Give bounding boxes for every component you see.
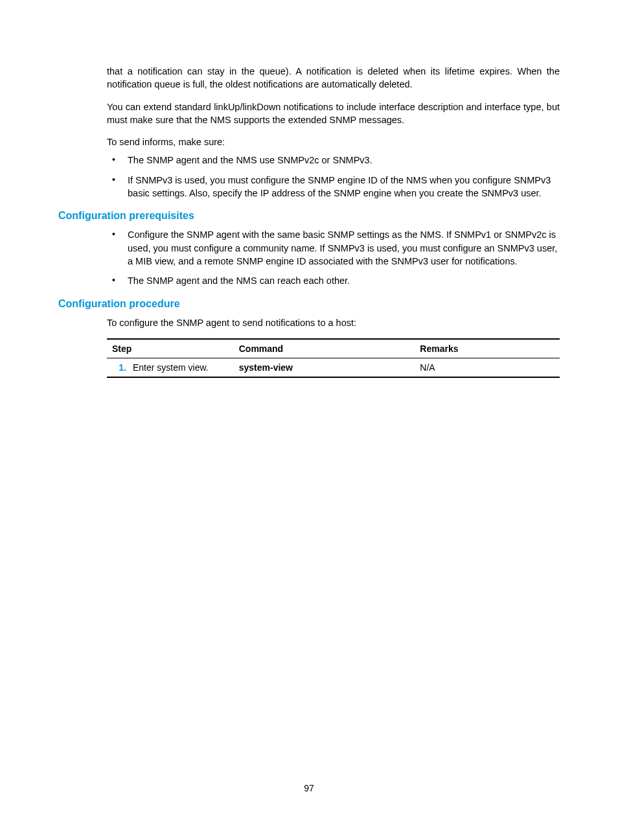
list-item: The SNMP agent and the NMS can reach eac… (107, 274, 560, 287)
list-item: If SNMPv3 is used, you must configure th… (107, 174, 560, 200)
cell-command: system-view (234, 358, 415, 377)
col-remarks: Remarks (415, 339, 560, 358)
paragraph: that a notification can stay in the queu… (107, 65, 560, 91)
intro-block: that a notification can stay in the queu… (58, 65, 560, 200)
paragraph: To configure the SNMP agent to send noti… (107, 316, 560, 329)
step-number: 1. (112, 362, 126, 373)
paragraph: To send informs, make sure: (107, 135, 560, 148)
bullet-list: The SNMP agent and the NMS use SNMPv2c o… (107, 154, 560, 200)
cell-remarks: N/A (415, 358, 560, 377)
paragraph: You can extend standard linkUp/linkDown … (107, 100, 560, 127)
page-number: 97 (0, 783, 618, 793)
procedure-table: Step Command Remarks 1.Enter system view… (107, 338, 560, 378)
col-command: Command (234, 339, 415, 358)
cell-step: 1.Enter system view. (107, 358, 234, 377)
heading-prerequisites: Configuration prerequisites (58, 210, 560, 222)
procedure-table-wrap: Step Command Remarks 1.Enter system view… (58, 338, 560, 378)
table-row: 1.Enter system view. system-view N/A (107, 358, 560, 377)
heading-procedure: Configuration procedure (58, 298, 560, 310)
list-item: Configure the SNMP agent with the same b… (107, 228, 560, 268)
col-step: Step (107, 339, 234, 358)
table-header-row: Step Command Remarks (107, 339, 560, 358)
command-text: system-view (239, 362, 293, 373)
procedure-intro: To configure the SNMP agent to send noti… (58, 316, 560, 329)
list-item: The SNMP agent and the NMS use SNMPv2c o… (107, 154, 560, 167)
step-text: Enter system view. (133, 362, 209, 373)
document-page: that a notification can stay in the queu… (0, 0, 618, 378)
bullet-list: Configure the SNMP agent with the same b… (107, 228, 560, 287)
prereq-block: Configure the SNMP agent with the same b… (58, 228, 560, 287)
